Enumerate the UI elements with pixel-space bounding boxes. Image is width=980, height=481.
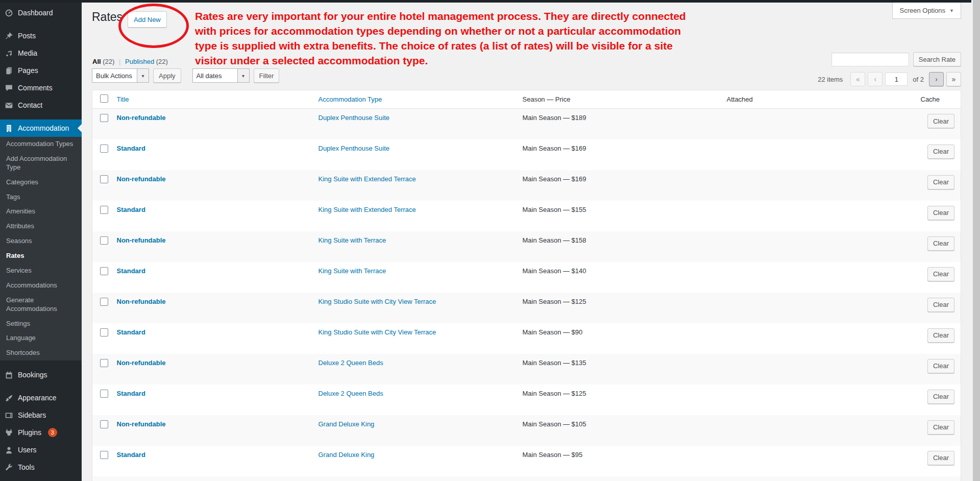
- envelope-icon: [4, 101, 13, 110]
- submenu-item-categories[interactable]: Categories: [0, 175, 82, 190]
- submenu-item-services[interactable]: Services: [0, 263, 82, 278]
- sidebar-item-media[interactable]: Media: [0, 44, 82, 62]
- submenu-item-accommodation-types[interactable]: Accommodation Types: [0, 137, 82, 152]
- dates-filter-value: All dates: [193, 72, 237, 80]
- rate-title-link[interactable]: Non-refundable: [117, 175, 166, 183]
- sort-title-header[interactable]: Title: [117, 95, 129, 103]
- clear-cache-button[interactable]: Clear: [927, 236, 954, 251]
- row-checkbox[interactable]: [100, 298, 108, 306]
- scrollbar-thumb[interactable]: [973, 0, 980, 481]
- rate-title-link[interactable]: Non-refundable: [117, 420, 166, 428]
- accommodation-type-link[interactable]: King Suite with Terrace: [318, 267, 386, 275]
- sort-accommodation-type-header[interactable]: Accommodation Type: [318, 95, 382, 103]
- submenu-item-attributes[interactable]: Attributes: [0, 219, 82, 234]
- screen-options-button[interactable]: Screen Options ▼: [892, 3, 961, 19]
- clear-cache-button[interactable]: Clear: [927, 145, 954, 159]
- sidebar-item-accommodation[interactable]: Accommodation: [0, 119, 82, 137]
- sidebar-item-plugins[interactable]: Plugins3: [0, 424, 82, 441]
- vertical-scrollbar[interactable]: [971, 0, 980, 481]
- rate-title-link[interactable]: Standard: [117, 328, 145, 336]
- filter-published-link[interactable]: Published: [125, 58, 154, 65]
- rate-title-link[interactable]: Standard: [117, 390, 145, 397]
- rate-title-link[interactable]: Standard: [117, 267, 145, 275]
- accommodation-type-link[interactable]: Deluxe 2 Queen Beds: [318, 359, 383, 367]
- clear-cache-button[interactable]: Clear: [927, 420, 954, 435]
- submenu-item-generate-accommodations[interactable]: Generate Accommodations: [0, 293, 82, 317]
- add-new-button[interactable]: Add New: [128, 11, 167, 28]
- row-checkbox[interactable]: [100, 267, 108, 275]
- row-checkbox[interactable]: [100, 114, 108, 122]
- clear-cache-button[interactable]: Clear: [927, 298, 954, 312]
- sidebar-item-contact[interactable]: Contact: [0, 97, 82, 114]
- row-checkbox[interactable]: [100, 175, 108, 183]
- search-rate-button[interactable]: Search Rate: [913, 52, 961, 66]
- row-checkbox[interactable]: [100, 236, 108, 245]
- sidebar-item-dashboard[interactable]: Dashboard: [0, 4, 82, 21]
- prev-page-button[interactable]: ‹: [868, 72, 883, 86]
- submenu-item-amenities[interactable]: Amenities: [0, 204, 82, 219]
- clear-cache-button[interactable]: Clear: [927, 114, 954, 128]
- clear-cache-button[interactable]: Clear: [927, 206, 954, 220]
- rate-title-link[interactable]: Non-refundable: [117, 114, 166, 122]
- clear-cache-button[interactable]: Clear: [927, 390, 954, 404]
- rate-title-link[interactable]: Non-refundable: [117, 359, 166, 367]
- filter-button[interactable]: Filter: [254, 68, 280, 83]
- clear-cache-button[interactable]: Clear: [927, 359, 954, 373]
- accommodation-type-link[interactable]: King Suite with Extended Terrace: [318, 175, 416, 183]
- first-page-button[interactable]: «: [850, 72, 865, 86]
- row-checkbox[interactable]: [100, 145, 108, 153]
- clear-cache-button[interactable]: Clear: [927, 328, 954, 343]
- clear-cache-button[interactable]: Clear: [927, 267, 954, 281]
- dates-filter-select[interactable]: All dates ▾: [192, 68, 250, 83]
- row-checkbox[interactable]: [100, 420, 108, 428]
- apply-button[interactable]: Apply: [153, 68, 181, 83]
- accommodation-type-link[interactable]: King Suite with Terrace: [318, 236, 386, 244]
- status-filter-links: All (22) | Published (22): [92, 58, 168, 65]
- row-checkbox[interactable]: [100, 390, 108, 398]
- sidebar-item-pages[interactable]: Pages: [0, 62, 82, 79]
- clear-cache-button[interactable]: Clear: [927, 175, 954, 189]
- submenu-item-accommodations[interactable]: Accommodations: [0, 278, 82, 293]
- sidebar-item-users[interactable]: Users: [0, 441, 82, 459]
- sidebar-item-bookings[interactable]: Bookings: [0, 366, 82, 383]
- row-checkbox[interactable]: [100, 451, 108, 459]
- next-page-button[interactable]: ›: [929, 72, 944, 86]
- bulk-actions-select[interactable]: Bulk Actions ▾: [92, 68, 149, 83]
- rate-title-link[interactable]: Non-refundable: [117, 298, 166, 305]
- rate-title-link[interactable]: Standard: [117, 206, 145, 213]
- last-page-button[interactable]: »: [946, 72, 961, 86]
- current-page-input[interactable]: 1: [885, 73, 908, 86]
- row-checkbox[interactable]: [100, 328, 108, 336]
- accommodation-type-link[interactable]: King Studio Suite with City View Terrace: [318, 298, 436, 305]
- submenu-item-rates[interactable]: Rates: [0, 249, 82, 263]
- submenu-item-shortcodes[interactable]: Shortcodes: [0, 346, 82, 360]
- sidebar-item-tools[interactable]: Tools: [0, 459, 82, 476]
- rate-title-link[interactable]: Standard: [117, 145, 145, 152]
- table-row: StandardDeluxe 2 Queen BedsMain Season —…: [92, 384, 961, 415]
- row-checkbox[interactable]: [100, 206, 108, 214]
- accommodation-type-link[interactable]: Grand Deluxe King: [318, 420, 375, 428]
- sidebar-item-appearance[interactable]: Appearance: [0, 389, 82, 406]
- accommodation-type-link[interactable]: Duplex Penthouse Suite: [318, 114, 389, 122]
- row-checkbox[interactable]: [100, 359, 108, 367]
- rate-title-link[interactable]: Standard: [117, 451, 145, 459]
- sidebar-item-posts[interactable]: Posts: [0, 27, 82, 44]
- submenu-item-add-accommodation-type[interactable]: Add Accommodation Type: [0, 152, 82, 175]
- accommodation-type-link[interactable]: Grand Deluxe King: [318, 451, 375, 459]
- submenu-item-settings[interactable]: Settings: [0, 317, 82, 331]
- submenu-item-language[interactable]: Language: [0, 331, 82, 346]
- rate-title-link[interactable]: Non-refundable: [117, 236, 166, 244]
- submenu-item-tags[interactable]: Tags: [0, 190, 82, 205]
- accommodation-type-link[interactable]: King Suite with Extended Terrace: [318, 206, 416, 213]
- select-all-checkbox[interactable]: [100, 94, 108, 103]
- accommodation-type-link[interactable]: Duplex Penthouse Suite: [318, 145, 389, 152]
- search-input[interactable]: [831, 53, 909, 66]
- filter-all-link[interactable]: All: [92, 58, 101, 65]
- sidebar-item-sidebars[interactable]: Sidebars: [0, 406, 82, 424]
- clear-cache-button[interactable]: Clear: [927, 451, 954, 465]
- submenu-item-seasons[interactable]: Seasons: [0, 234, 82, 249]
- sidebar-item-comments[interactable]: Comments: [0, 79, 82, 97]
- accommodation-type-link[interactable]: Deluxe 2 Queen Beds: [318, 390, 383, 397]
- accommodation-type-link[interactable]: King Studio Suite with City View Terrace: [318, 328, 436, 336]
- annotation-line: type is supplied with extra benefits. Th…: [195, 38, 686, 53]
